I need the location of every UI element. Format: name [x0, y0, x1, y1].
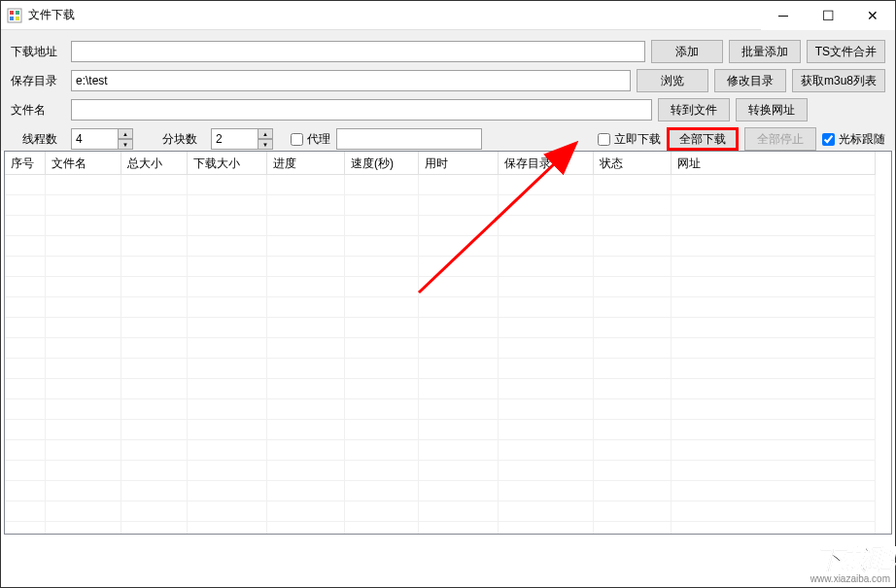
close-button[interactable]: ✕ [850, 1, 895, 30]
row-save-dir: 保存目录 浏览 修改目录 获取m3u8列表 [11, 69, 885, 92]
save-dir-input[interactable] [71, 70, 631, 91]
table-row[interactable] [5, 216, 891, 236]
ts-merge-button[interactable]: TS文件合并 [807, 40, 885, 63]
cursor-follow-label: 光标跟随 [839, 131, 885, 148]
col-seq[interactable]: 序号 [5, 152, 46, 175]
row-url: 下载地址 添加 批量添加 TS文件合并 [11, 40, 885, 63]
chunks-up[interactable]: ▲ [258, 128, 273, 139]
instant-download-checkbox[interactable]: 立即下载 [598, 131, 661, 148]
title-bar: 文件下载 ─ ☐ ✕ [1, 1, 895, 30]
table-row[interactable] [5, 338, 891, 359]
add-button[interactable]: 添加 [651, 40, 723, 63]
table-row[interactable] [5, 420, 891, 440]
label-chunks: 分块数 [162, 131, 205, 148]
stop-all-button[interactable]: 全部停止 [744, 127, 816, 151]
table-row[interactable] [5, 257, 891, 277]
proxy-label: 代理 [307, 131, 330, 148]
svg-rect-4 [16, 17, 19, 20]
svg-rect-1 [10, 11, 14, 15]
threads-down[interactable]: ▼ [118, 139, 133, 150]
proxy-input[interactable] [336, 128, 482, 150]
col-progress[interactable]: 进度 [267, 152, 345, 175]
table-row[interactable] [5, 277, 891, 297]
row-options: 线程数 ▲ ▼ 分块数 ▲ ▼ 代理 [11, 127, 885, 151]
label-download-url: 下载地址 [11, 44, 65, 60]
watermark-logo: 下载吧 [816, 546, 892, 573]
get-m3u8-button[interactable]: 获取m3u8列表 [792, 69, 885, 92]
col-speed[interactable]: 速度(秒) [345, 152, 419, 175]
watermark: 下载吧 www.xiazaiba.com [809, 546, 892, 584]
table-row[interactable] [5, 195, 891, 216]
col-total-size[interactable]: 总大小 [121, 152, 188, 175]
table-row[interactable] [5, 440, 891, 461]
label-threads: 线程数 [22, 131, 65, 148]
table-row[interactable] [5, 502, 891, 522]
chunks-down[interactable]: ▼ [258, 139, 273, 150]
cursor-follow-checkbox[interactable]: 光标跟随 [822, 131, 885, 148]
app-icon [7, 8, 22, 23]
table-row[interactable] [5, 461, 891, 481]
grid-body [5, 175, 891, 535]
browse-button[interactable]: 浏览 [637, 69, 708, 92]
window-title: 文件下载 [28, 7, 761, 23]
label-filename: 文件名 [11, 102, 65, 119]
modify-dir-button[interactable]: 修改目录 [714, 69, 786, 92]
watermark-url: www.xiazaiba.com [809, 573, 892, 584]
col-elapsed[interactable]: 用时 [419, 152, 499, 175]
table-row[interactable] [5, 379, 891, 399]
grid-header: 序号 文件名 总大小 下载大小 进度 速度(秒) 用时 保存目录 状态 网址 [5, 152, 891, 175]
main-window: 文件下载 ─ ☐ ✕ 下载地址 添加 批量添加 TS文件合并 保存目录 浏览 修… [0, 0, 896, 588]
chunks-spinner[interactable]: ▲ ▼ [211, 128, 273, 150]
table-row[interactable] [5, 236, 891, 257]
row-filename: 文件名 转到文件 转换网址 [11, 98, 885, 121]
table-row[interactable] [5, 359, 891, 379]
filename-input[interactable] [71, 99, 652, 121]
download-all-button[interactable]: 全部下载 [667, 127, 739, 151]
minimize-button[interactable]: ─ [761, 1, 806, 30]
maximize-button[interactable]: ☐ [806, 1, 850, 30]
download-url-input[interactable] [71, 41, 645, 62]
col-status[interactable]: 状态 [594, 152, 672, 175]
proxy-checkbox[interactable]: 代理 [291, 131, 330, 148]
toolbar-area: 下载地址 添加 批量添加 TS文件合并 保存目录 浏览 修改目录 获取m3u8列… [1, 30, 895, 151]
download-list[interactable]: 序号 文件名 总大小 下载大小 进度 速度(秒) 用时 保存目录 状态 网址 [4, 151, 892, 535]
col-filename[interactable]: 文件名 [46, 152, 121, 175]
col-save-dir[interactable]: 保存目录 [499, 152, 594, 175]
table-row[interactable] [5, 522, 891, 535]
label-save-dir: 保存目录 [11, 73, 65, 89]
convert-url-button[interactable]: 转换网址 [736, 98, 808, 121]
table-row[interactable] [5, 318, 891, 338]
table-row[interactable] [5, 297, 891, 318]
col-url[interactable]: 网址 [672, 152, 876, 175]
chunks-input[interactable] [211, 128, 258, 150]
to-file-button[interactable]: 转到文件 [658, 98, 730, 121]
table-row[interactable] [5, 175, 891, 195]
threads-up[interactable]: ▲ [118, 128, 133, 139]
threads-input[interactable] [71, 128, 118, 150]
batch-add-button[interactable]: 批量添加 [729, 40, 801, 63]
table-row[interactable] [5, 399, 891, 420]
instant-download-label: 立即下载 [614, 131, 661, 148]
svg-rect-3 [10, 17, 14, 20]
table-row[interactable] [5, 481, 891, 502]
window-controls: ─ ☐ ✕ [761, 1, 895, 30]
threads-spinner[interactable]: ▲ ▼ [71, 128, 133, 150]
col-dl-size[interactable]: 下载大小 [188, 152, 267, 175]
svg-rect-2 [16, 11, 19, 15]
